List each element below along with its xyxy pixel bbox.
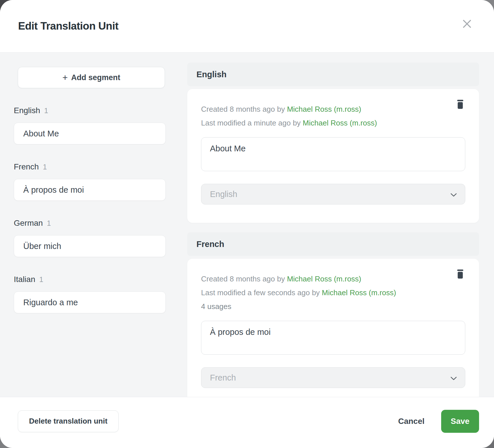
segment-language-label: Italian <box>14 275 35 284</box>
segment-group-italian: Italian 1 Riguardo a me <box>14 275 166 313</box>
language-select-value: English <box>210 190 237 199</box>
close-icon <box>462 19 472 29</box>
created-prefix: Created 8 months ago by <box>201 105 287 113</box>
panel-card-english: Created 8 months ago by Michael Ross (m.… <box>187 89 479 223</box>
modified-user-link[interactable]: Michael Ross (m.ross) <box>303 119 377 127</box>
segment-card-english[interactable]: About Me <box>14 123 166 144</box>
trash-icon <box>456 269 464 280</box>
segment-label-row: Italian 1 <box>14 275 166 284</box>
segment-language-label: German <box>14 219 43 228</box>
panel-header-french: French <box>187 232 479 256</box>
segment-card-italian[interactable]: Riguardo a me <box>14 291 166 313</box>
segment-group-french: French 1 À propos de moi <box>14 162 166 201</box>
created-user-link[interactable]: Michael Ross (m.ross) <box>287 275 361 283</box>
trash-icon <box>456 99 464 110</box>
created-user-link[interactable]: Michael Ross (m.ross) <box>287 105 361 113</box>
segment-label-row: French 1 <box>14 162 166 171</box>
segment-count-badge: 1 <box>47 219 51 227</box>
modified-user-link[interactable]: Michael Ross (m.ross) <box>322 288 396 297</box>
panel-title: English <box>196 70 227 79</box>
modified-meta: Last modified a few seconds ago by Micha… <box>201 286 465 300</box>
modified-meta: Last modified a minute ago by Michael Ro… <box>201 116 465 130</box>
created-prefix: Created 8 months ago by <box>201 275 287 283</box>
language-select-french[interactable]: French <box>201 367 465 388</box>
segment-detail-panels: English Created 8 months ago by Michael … <box>187 53 479 397</box>
panel-card-french: Created 8 months ago by Michael Ross (m.… <box>187 259 479 397</box>
segment-language-label: French <box>14 162 39 171</box>
dialog-header: Edit Translation Unit <box>0 0 494 53</box>
cancel-button[interactable]: Cancel <box>398 417 424 426</box>
segment-text-input-french[interactable]: À propos de moi <box>201 321 465 355</box>
segment-count-badge: 1 <box>44 107 48 115</box>
panel-title: French <box>196 240 224 249</box>
delete-translation-unit-button[interactable]: Delete translation unit <box>18 410 119 432</box>
page-title: Edit Translation Unit <box>18 20 118 32</box>
edit-translation-unit-dialog: Edit Translation Unit + Add segment Engl… <box>0 0 494 448</box>
segment-card-french[interactable]: À propos de moi <box>14 179 166 201</box>
segment-label-row: English 1 <box>14 106 166 115</box>
chevron-down-icon <box>450 373 457 383</box>
add-segment-button[interactable]: + Add segment <box>18 67 165 88</box>
usages-count: 4 usages <box>201 300 465 313</box>
created-meta: Created 8 months ago by Michael Ross (m.… <box>201 272 465 286</box>
created-meta: Created 8 months ago by Michael Ross (m.… <box>201 102 465 116</box>
panel-header-english: English <box>187 63 479 86</box>
segment-text-input-english[interactable]: About Me <box>201 137 465 171</box>
segment-card-german[interactable]: Über mich <box>14 235 166 257</box>
dialog-body: + Add segment English 1 About Me French … <box>0 53 494 397</box>
segment-label-row: German 1 <box>14 219 166 228</box>
segments-sidebar: + Add segment English 1 About Me French … <box>14 53 166 397</box>
segment-language-label: English <box>14 106 40 115</box>
segment-count-badge: 1 <box>43 163 47 171</box>
panel-french: French Created 8 months ago by Michael R… <box>187 232 479 397</box>
segment-group-english: English 1 About Me <box>14 106 166 144</box>
segment-group-german: German 1 Über mich <box>14 219 166 257</box>
dialog-footer: Delete translation unit Cancel Save <box>0 397 494 448</box>
add-segment-label: Add segment <box>71 73 120 82</box>
modified-prefix: Last modified a minute ago by <box>201 119 303 127</box>
panel-english: English Created 8 months ago by Michael … <box>187 63 479 223</box>
delete-segment-button-french[interactable] <box>454 268 466 281</box>
chevron-down-icon <box>450 190 457 199</box>
delete-segment-button-english[interactable] <box>454 98 466 111</box>
segment-count-badge: 1 <box>39 275 43 284</box>
close-button[interactable] <box>461 18 473 30</box>
save-button[interactable]: Save <box>441 410 479 433</box>
language-select-english[interactable]: English <box>201 184 465 204</box>
plus-icon: + <box>62 72 68 83</box>
language-select-value: French <box>210 373 236 383</box>
modified-prefix: Last modified a few seconds ago by <box>201 288 322 297</box>
